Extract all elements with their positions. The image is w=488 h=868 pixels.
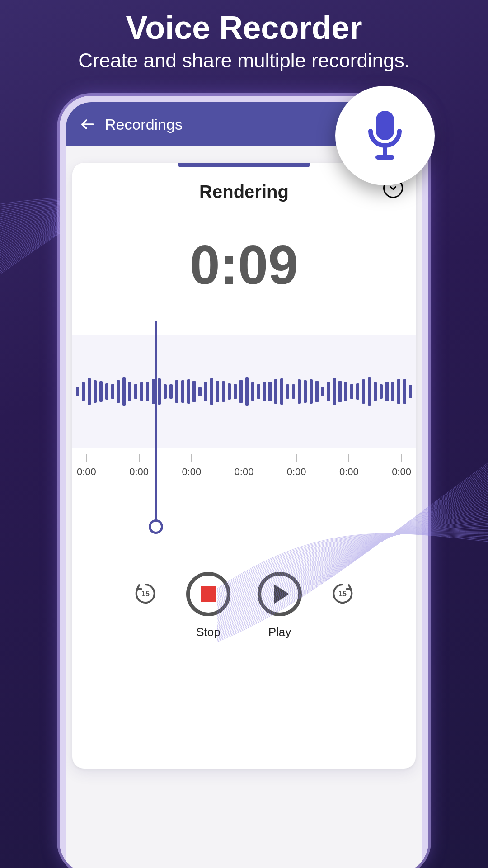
hero-subtitle: Create and share multiple recordings. xyxy=(0,48,488,73)
timer-display: 0:09 xyxy=(72,234,416,296)
microphone-icon xyxy=(362,108,408,163)
waveform-bars xyxy=(72,378,416,405)
back-button[interactable] xyxy=(79,115,97,133)
stop-button[interactable]: Stop xyxy=(186,572,230,639)
forward-15-button[interactable]: 15 xyxy=(329,580,356,607)
playback-controls: 15 Stop Play xyxy=(72,572,416,639)
rewind-icon: 15 xyxy=(133,581,158,606)
stop-label: Stop xyxy=(196,625,221,639)
svg-rect-0 xyxy=(376,111,394,140)
rewind-15-button[interactable]: 15 xyxy=(132,580,159,607)
play-label: Play xyxy=(268,625,291,639)
svg-text:15: 15 xyxy=(338,590,347,598)
forward-icon: 15 xyxy=(330,581,355,606)
mic-badge xyxy=(335,86,435,185)
waveform-area[interactable] xyxy=(72,335,416,448)
recording-card: Rendering 0:09 0:000:000:000:000:000:000… xyxy=(72,163,416,769)
ruler-tick: 0:00 xyxy=(77,454,96,491)
play-icon xyxy=(274,584,289,604)
ruler-tick: 0:00 xyxy=(182,454,201,491)
time-ruler: 0:000:000:000:000:000:000:00 xyxy=(72,454,416,491)
stop-icon xyxy=(201,586,216,602)
phone-frame: Recordings Rendering 0:09 xyxy=(60,96,428,868)
ruler-tick: 0:00 xyxy=(129,454,149,491)
hero-section: Voice Recorder Create and share multiple… xyxy=(0,9,488,73)
ruler-tick: 0:00 xyxy=(339,454,359,491)
hero-title: Voice Recorder xyxy=(0,9,488,46)
play-button[interactable]: Play xyxy=(258,572,302,639)
svg-text:15: 15 xyxy=(141,590,150,598)
ruler-tick: 0:00 xyxy=(235,454,254,491)
ruler-tick: 0:00 xyxy=(392,454,411,491)
ruler-tick: 0:00 xyxy=(287,454,306,491)
status-label: Rendering xyxy=(199,182,289,202)
arrow-left-icon xyxy=(80,116,96,132)
playhead[interactable] xyxy=(155,321,157,529)
appbar-title: Recordings xyxy=(105,116,183,133)
